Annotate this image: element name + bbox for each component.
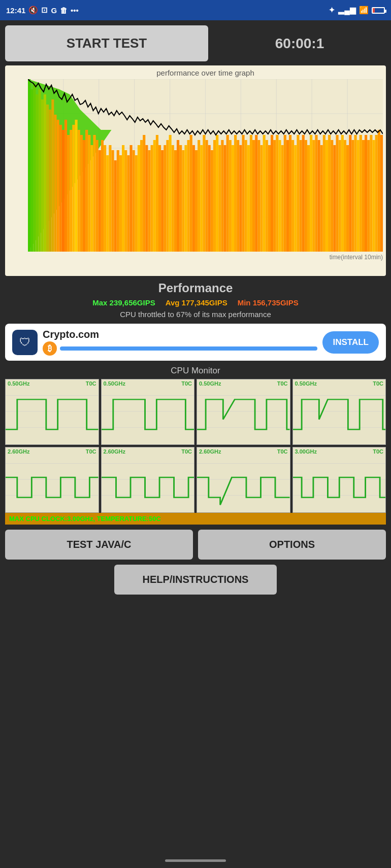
- cpu-cell-8: 3.00GHz T0C: [292, 447, 386, 513]
- svg-rect-70: [169, 135, 172, 252]
- svg-rect-78: [190, 135, 192, 252]
- svg-rect-119: [297, 135, 299, 252]
- svg-rect-65: [156, 135, 158, 252]
- svg-rect-50: [117, 150, 119, 252]
- svg-rect-57: [135, 155, 138, 252]
- svg-rect-36: [80, 135, 83, 252]
- svg-rect-87: [213, 140, 216, 252]
- svg-rect-120: [300, 140, 302, 252]
- svg-rect-58: [138, 145, 140, 252]
- svg-rect-115: [286, 140, 289, 252]
- svg-rect-135: [339, 140, 341, 252]
- svg-rect-26: [54, 115, 56, 252]
- svg-rect-164: [293, 379, 386, 444]
- graph-container: 100% 80% 60% 40% 20% 0: [28, 79, 383, 252]
- svg-rect-74: [179, 145, 182, 252]
- cpu-cell-2: 0.50GHz T0C: [101, 379, 195, 445]
- svg-rect-84: [206, 140, 208, 252]
- cpu-graph-8: [293, 447, 386, 512]
- cpu-monitor-section: CPU Monitor 0.50GHz T0C 0.50GHz T0C: [5, 366, 386, 525]
- help-instructions-button[interactable]: HELP/INSTRUCTIONS: [114, 565, 277, 595]
- cpu-cell-8-freq: 3.00GHz: [295, 448, 317, 455]
- cpu-cell-5-temp: T0C: [86, 448, 96, 455]
- test-java-c-button[interactable]: TEST JAVA/C: [5, 530, 193, 560]
- ad-name: Crypto.com: [43, 329, 317, 340]
- svg-rect-151: [380, 135, 383, 252]
- svg-rect-33: [72, 125, 75, 252]
- status-bar: 12:41 🔇 ⊡ G 🗑 ••• ✦ ▂▄▆ 📶: [0, 0, 391, 20]
- svg-rect-73: [177, 140, 179, 252]
- svg-rect-160: [197, 379, 290, 444]
- svg-rect-22: [44, 94, 46, 252]
- graph-time-label: time(interval 10min): [28, 254, 383, 261]
- cpu-cell-3-temp: T0C: [277, 380, 288, 387]
- svg-rect-76: [184, 145, 187, 252]
- svg-rect-88: [216, 135, 218, 252]
- svg-rect-149: [375, 135, 378, 252]
- svg-rect-139: [349, 135, 351, 252]
- svg-rect-46: [106, 155, 109, 252]
- cpu-cell-8-temp: T0C: [373, 448, 383, 455]
- svg-rect-25: [51, 99, 54, 252]
- cpu-cell-6-temp: T0C: [181, 448, 192, 455]
- mute-icon: 🔇: [28, 6, 38, 15]
- svg-rect-68: [164, 145, 166, 252]
- svg-rect-66: [158, 145, 161, 252]
- svg-rect-37: [83, 140, 85, 252]
- svg-rect-45: [104, 145, 106, 252]
- svg-rect-55: [129, 145, 132, 252]
- svg-rect-138: [346, 145, 349, 252]
- svg-rect-31: [67, 135, 70, 252]
- svg-rect-117: [291, 140, 294, 252]
- svg-rect-140: [351, 140, 354, 252]
- svg-rect-104: [257, 140, 260, 252]
- cpu-cell-6-freq: 2.60GHz: [104, 448, 125, 455]
- svg-rect-134: [336, 135, 338, 252]
- svg-rect-121: [302, 135, 305, 252]
- svg-rect-100: [247, 145, 250, 252]
- svg-rect-42: [96, 140, 99, 252]
- svg-rect-23: [46, 105, 49, 252]
- svg-rect-49: [114, 160, 117, 252]
- svg-rect-150: [378, 130, 380, 252]
- install-button[interactable]: INSTALL: [322, 331, 379, 354]
- svg-rect-18: [33, 84, 36, 252]
- delete-icon: 🗑: [60, 6, 68, 15]
- cpu-cell-3: 0.50GHz T0C: [197, 379, 290, 445]
- svg-rect-112: [278, 140, 281, 252]
- start-test-button[interactable]: START TEST: [5, 25, 208, 61]
- svg-rect-69: [166, 140, 169, 252]
- svg-rect-137: [344, 140, 346, 252]
- svg-rect-118: [294, 145, 297, 252]
- svg-rect-44: [101, 140, 104, 252]
- bitcoin-icon: ₿: [43, 341, 57, 356]
- svg-rect-79: [192, 145, 195, 252]
- main-content: START TEST 60:00:1 performance over time…: [0, 20, 391, 610]
- signal-icon: ▂▄▆: [338, 6, 356, 15]
- cpu-cell-4-freq: 0.50GHz: [295, 380, 317, 387]
- cpu-cell-4: 0.50GHz T0C: [292, 379, 386, 445]
- performance-section: Performance Max 239,656GIPS Avg 177,345G…: [5, 281, 386, 319]
- cpu-cell-4-temp: T0C: [373, 380, 383, 387]
- svg-rect-62: [148, 150, 150, 252]
- cpu-graph-2: [102, 379, 194, 444]
- graph-title: performance over time graph: [28, 68, 383, 77]
- stat-max: Max 239,656GIPS: [92, 298, 155, 307]
- svg-rect-71: [172, 145, 174, 252]
- svg-rect-75: [182, 150, 184, 252]
- svg-rect-32: [70, 130, 72, 252]
- home-indicator: [165, 859, 226, 862]
- svg-rect-40: [90, 145, 93, 252]
- svg-rect-81: [198, 140, 200, 252]
- cpu-monitor-title: CPU Monitor: [5, 366, 386, 376]
- svg-rect-90: [221, 140, 223, 252]
- more-icon: •••: [71, 6, 79, 15]
- status-left: 12:41 🔇 ⊡ G 🗑 •••: [6, 6, 79, 15]
- bluetooth-icon: ✦: [329, 6, 335, 15]
- cpu-info-bar: MAX CPU CLOCK:3.00GHz, TEMPERATURE:50C: [5, 513, 386, 525]
- stat-avg: Avg 177,345GIPS: [166, 298, 227, 307]
- performance-stats: Max 239,656GIPS Avg 177,345GIPS Min 156,…: [5, 298, 386, 307]
- crypto-logo-icon: 🛡: [19, 336, 30, 349]
- options-button[interactable]: OPTIONS: [198, 530, 386, 560]
- svg-rect-72: [174, 150, 177, 252]
